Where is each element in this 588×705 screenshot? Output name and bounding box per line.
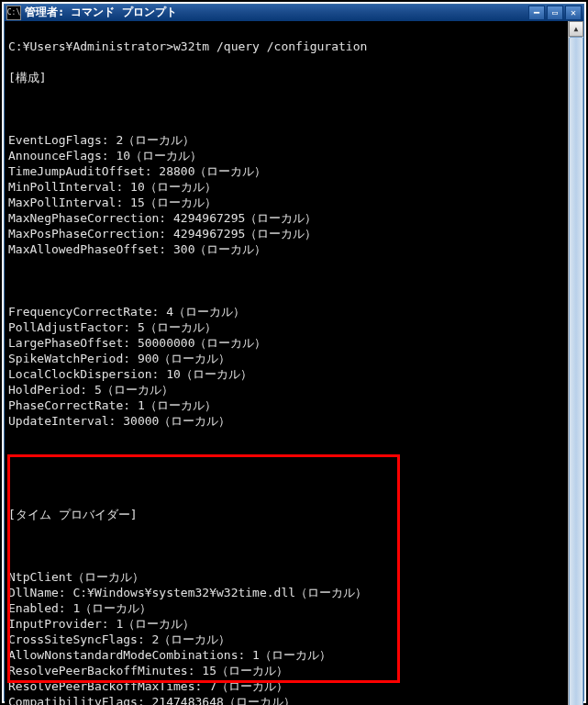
ntpclient-line: ResolvePeerBackoffMaxTimes: 7（ローカル） bbox=[8, 678, 564, 694]
section-header: [タイム プロバイダー] bbox=[8, 507, 564, 522]
blank-line bbox=[8, 444, 564, 460]
prompt-line: C:¥Users¥Administrator>w32tm /query /con… bbox=[8, 39, 564, 54]
config-line: MinPollInterval: 10（ローカル） bbox=[8, 179, 564, 195]
config-line: FrequencyCorrectRate: 4（ローカル） bbox=[8, 304, 564, 319]
ntpclient-line: CompatibilityFlags: 2147483648（ローカル） bbox=[8, 694, 564, 705]
vertical-scrollbar[interactable]: ▲ ▼ bbox=[568, 21, 583, 705]
config-line: MaxAllowedPhaseOffset: 300（ローカル） bbox=[8, 241, 564, 257]
ntpclient-line: CrossSiteSyncFlags: 2（ローカル） bbox=[8, 632, 564, 647]
ntpclient-line: AllowNonstandardModeCombinations: 1（ローカル… bbox=[8, 647, 564, 663]
titlebar[interactable]: C:\ 管理者: コマンド プロンプト ━ ▭ ✕ bbox=[5, 5, 583, 21]
ntpclient-line: DllName: C:¥Windows¥system32¥w32time.dll… bbox=[8, 585, 564, 600]
config-line: PhaseCorrectRate: 1（ローカル） bbox=[8, 397, 564, 413]
config-line: MaxPosPhaseCorrection: 4294967295（ローカル） bbox=[8, 226, 564, 241]
scroll-track[interactable] bbox=[569, 37, 583, 705]
section-header: [構成] bbox=[8, 70, 564, 85]
config-line: LargePhaseOffset: 50000000（ローカル） bbox=[8, 335, 564, 351]
config-line: SpikeWatchPeriod: 900（ローカル） bbox=[8, 351, 564, 366]
command-prompt-window: C:\ 管理者: コマンド プロンプト ━ ▭ ✕ C:¥Users¥Admin… bbox=[4, 4, 584, 701]
scroll-up-arrow[interactable]: ▲ bbox=[569, 21, 583, 37]
blank-line bbox=[8, 273, 564, 288]
config-line: MaxPollInterval: 15（ローカル） bbox=[8, 195, 564, 210]
config-line: EventLogFlags: 2（ローカル） bbox=[8, 132, 564, 148]
screenshot-border: C:\ 管理者: コマンド プロンプト ━ ▭ ✕ C:¥Users¥Admin… bbox=[0, 0, 588, 705]
window-buttons: ━ ▭ ✕ bbox=[528, 6, 582, 20]
cmd-icon: C:\ bbox=[6, 6, 21, 20]
ntpclient-line: Enabled: 1（ローカル） bbox=[8, 600, 564, 616]
ntpclient-line: ResolvePeerBackoffMinutes: 15（ローカル） bbox=[8, 663, 564, 678]
ntpclient-line: NtpClient（ローカル） bbox=[8, 569, 564, 585]
blank-line bbox=[8, 101, 564, 117]
config-line: LocalClockDispersion: 10（ローカル） bbox=[8, 366, 564, 382]
config-line: TimeJumpAuditOffset: 28800（ローカル） bbox=[8, 163, 564, 179]
config-line: MaxNegPhaseCorrection: 4294967295（ローカル） bbox=[8, 210, 564, 226]
config-line: UpdateInterval: 30000（ローカル） bbox=[8, 413, 564, 429]
config-line: PollAdjustFactor: 5（ローカル） bbox=[8, 319, 564, 335]
terminal-output[interactable]: C:¥Users¥Administrator>w32tm /query /con… bbox=[5, 21, 568, 705]
config-line: AnnounceFlags: 10（ローカル） bbox=[8, 148, 564, 163]
config-line: HoldPeriod: 5（ローカル） bbox=[8, 382, 564, 397]
blank-line bbox=[8, 538, 564, 554]
ntpclient-line: InputProvider: 1（ローカル） bbox=[8, 616, 564, 632]
scroll-thumb[interactable] bbox=[569, 37, 583, 705]
blank-line bbox=[8, 476, 564, 491]
window-title: 管理者: コマンド プロンプト bbox=[25, 5, 528, 20]
content-area: C:¥Users¥Administrator>w32tm /query /con… bbox=[5, 21, 583, 705]
close-button[interactable]: ✕ bbox=[565, 6, 582, 20]
maximize-button[interactable]: ▭ bbox=[547, 6, 563, 20]
minimize-button[interactable]: ━ bbox=[528, 6, 545, 20]
